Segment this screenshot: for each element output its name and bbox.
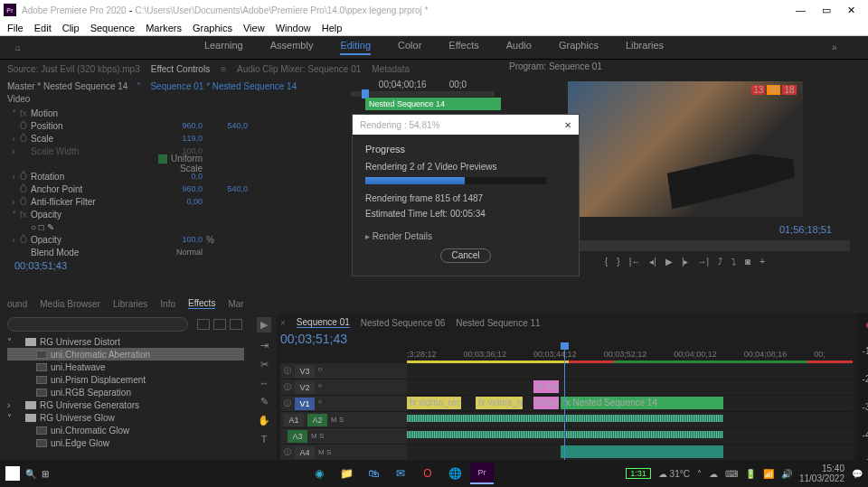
wifi-icon[interactable]: 📶 [763,469,774,479]
step-back-icon[interactable]: ◂| [649,257,656,267]
step-fwd-icon[interactable]: |▸ [682,257,689,267]
ws-libraries[interactable]: Libraries [626,40,664,55]
menu-sequence[interactable]: Sequence [90,23,136,33]
seq-tab-1[interactable]: Sequence 01 [297,317,350,328]
clip-mod[interactable]: fx mod [533,380,559,393]
effect-edge-glow[interactable]: uni.Edge Glow [7,436,244,449]
ws-graphics[interactable]: Graphics [559,40,599,55]
track-a2[interactable] [407,412,853,428]
tab-audio-mixer[interactable]: Audio Clip Mixer: Sequence 01 [237,64,361,74]
effect-chromatic-glow[interactable]: uni.Chromatic Glow [7,424,244,436]
goto-out-icon[interactable]: →| [698,257,710,267]
opacity-group[interactable]: Opacity [31,210,148,220]
effect-prism[interactable]: uni.Prism Displacement [7,373,244,386]
blend-prop[interactable]: Blend Mode [31,248,148,258]
clip-nested[interactable]: fx Nested Sequence 14 [561,397,723,409]
ec-clip-bar[interactable]: Nested Sequence 14 [365,98,501,110]
scale-prop[interactable]: Scale [31,134,148,144]
ec-timecode[interactable]: 00;03;51;43 [7,258,336,275]
edge-icon[interactable]: ◉ [307,463,331,484]
close-button[interactable]: ✕ [847,5,855,16]
tab-metadata[interactable]: Metadata [372,64,410,74]
weather-icon[interactable]: ☁ 31°C [658,469,690,479]
track-a4[interactable] [407,445,853,461]
search-icon[interactable]: 🔍 [25,469,36,479]
mark-out-icon[interactable]: } [617,257,619,267]
dialog-close-icon[interactable]: ✕ [564,120,571,130]
flicker-prop[interactable]: Anti-flicker Filter [31,197,148,207]
type-tool-icon[interactable]: T [261,434,268,445]
store-icon[interactable]: 🛍 [362,463,385,484]
hand-tool-icon[interactable]: ✋ [258,415,270,426]
rotation-prop[interactable]: Rotation [31,172,148,182]
folder-generators[interactable]: ›RG Universe Generators [7,398,244,411]
motion-group[interactable]: Motion [31,108,148,118]
tab-source[interactable]: Source: Just Evil (320 kbps).mp3 [7,64,140,74]
notifications-icon[interactable]: 💬 [852,469,863,479]
cancel-button[interactable]: Cancel [440,248,491,263]
menu-window[interactable]: Window [276,23,311,33]
tab-sound[interactable]: ound [7,299,27,309]
tray-up-icon[interactable]: ˄ [697,469,702,479]
menu-graphics[interactable]: Graphics [193,23,232,33]
battery-indicator[interactable]: 1:31 [626,468,651,479]
tab-info[interactable]: Info [160,299,175,309]
volume-icon[interactable]: 🔊 [781,469,792,479]
keyboard-icon[interactable]: ⌨ [725,469,738,479]
anchor-prop[interactable]: Anchor Point [31,184,148,194]
program-viewer[interactable]: 133018 [568,81,803,217]
audio-clip[interactable] [561,445,723,458]
menu-clip[interactable]: Clip [62,23,80,33]
folder-glow[interactable]: ˅RG Universe Glow [7,411,244,424]
effect-rgb-sep[interactable]: uni.RGB Separation [7,386,244,398]
ws-assembly[interactable]: Assembly [270,40,314,55]
opacity-prop[interactable]: Opacity [31,235,148,245]
extract-icon[interactable]: ⤵ [731,257,736,267]
mark-in-icon[interactable]: { [605,257,608,267]
ws-learning[interactable]: Learning [204,40,243,55]
position-prop[interactable]: Position [31,121,148,131]
menu-edit[interactable]: Edit [34,23,52,33]
ws-editing[interactable]: Editing [340,40,371,55]
program-timecode[interactable]: 01;56;18;51 [761,222,850,237]
premiere-icon[interactable]: Pr [470,463,494,484]
slip-tool-icon[interactable]: ↔ [259,378,269,389]
playhead[interactable] [564,344,565,471]
minimize-button[interactable]: — [796,5,806,16]
export-frame-icon[interactable]: ◙ [745,257,750,267]
ws-color[interactable]: Color [398,40,421,55]
track-select-icon[interactable]: ⇥ [260,340,269,351]
clip-vidma1[interactable]: fx vidma_rec [407,397,461,409]
seq-tab-2[interactable]: Nested Sequence 06 [361,318,445,328]
folder-distort[interactable]: ˅RG Universe Distort [7,335,244,348]
track-a3[interactable] [407,428,853,445]
track-v2[interactable]: fx mod [407,379,853,396]
onedrive-icon[interactable]: ☁ [709,469,718,479]
start-button[interactable] [5,466,20,481]
effects-search[interactable] [7,317,188,332]
fx-badge2-icon[interactable] [213,319,226,330]
clip-vidma2[interactable]: fx vidma_re [476,397,523,409]
ws-audio[interactable]: Audio [506,40,532,55]
fx-badge3-icon[interactable] [230,319,242,330]
time-ruler[interactable]: ;3;28;1200;03;36;1200;03;44;1200;03;52;1… [407,348,853,361]
menu-view[interactable]: View [243,23,265,33]
ripple-tool-icon[interactable]: ✂ [260,359,269,370]
menu-file[interactable]: File [7,23,24,33]
fx-badge1-icon[interactable] [197,319,210,330]
tab-effects[interactable]: Effects [188,298,215,309]
menu-help[interactable]: Help [322,23,343,33]
track-v3[interactable] [407,363,853,379]
maximize-button[interactable]: ▭ [822,5,831,16]
clock[interactable]: 15:4011/03/2022 [799,464,844,483]
settings-icon[interactable]: + [760,257,765,267]
mail-icon[interactable]: ✉ [389,463,412,484]
clip-gra[interactable]: fx Gra [533,397,559,409]
render-details[interactable]: Render Details [373,231,432,241]
track-v1[interactable]: fx vidma_rec fx vidma_re fx Gra fx Neste… [407,396,853,412]
tab-libraries[interactable]: Libraries [113,299,147,309]
lift-icon[interactable]: ⤴ [718,257,722,267]
chrome-icon[interactable]: 🌐 [443,463,467,484]
goto-in-icon[interactable]: |← [629,257,641,267]
play-icon[interactable]: ▶ [665,257,673,267]
